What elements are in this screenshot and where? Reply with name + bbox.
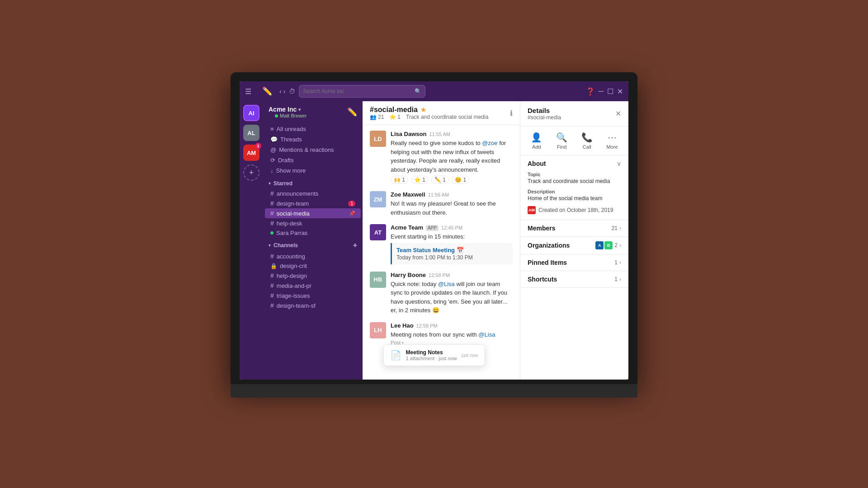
add-channel-button[interactable]: +: [353, 241, 357, 249]
workspace-name[interactable]: Acme Inc ▾: [269, 106, 307, 113]
help-icon[interactable]: ❓: [586, 87, 595, 96]
notification-popup[interactable]: 📄 Meeting Notes 1 attachment · just now …: [383, 344, 485, 366]
reaction-1b[interactable]: ⭐ 1: [411, 176, 429, 184]
reaction-1d[interactable]: 😊 1: [452, 176, 469, 184]
new-message-button[interactable]: ✏️: [347, 107, 357, 117]
details-close-button[interactable]: ✕: [615, 109, 621, 118]
details-channel: #social-media: [528, 114, 561, 121]
find-icon: 🔍: [556, 132, 567, 143]
history-icon[interactable]: ⏱: [289, 88, 295, 95]
workspace-avatar-ai[interactable]: AI: [243, 105, 259, 121]
avatar-lee: LH: [370, 322, 386, 338]
starred-section-header[interactable]: ▾ Starred: [263, 177, 363, 188]
channel-social-media[interactable]: # social-media 📌: [265, 208, 361, 218]
reaction-1c[interactable]: ✏️ 1: [431, 176, 449, 184]
search-icon: 🔍: [415, 88, 421, 94]
add-workspace-button[interactable]: +: [243, 164, 259, 181]
members-section-header[interactable]: Members 21 ›: [520, 220, 628, 236]
action-add[interactable]: 👤 Add: [531, 132, 542, 150]
members-chevron-icon: ›: [619, 225, 621, 231]
sidebar-item-show-more[interactable]: ↓ Show more: [265, 165, 361, 176]
channels-section-header[interactable]: ▾ Channels +: [263, 238, 363, 251]
channel-design-team-sf[interactable]: # design-team-sf: [265, 300, 361, 310]
organizations-section: Organizations A B 2 ›: [520, 237, 628, 254]
hamburger-icon[interactable]: ☰: [245, 87, 251, 96]
channel-name-design-sf: design-team-sf: [277, 302, 316, 309]
sidebar-item-all-unreads[interactable]: ≡ All unreads: [265, 124, 361, 134]
channel-triage-issues[interactable]: # triage-issues: [265, 291, 361, 300]
search-input[interactable]: [303, 88, 412, 94]
channel-help-design[interactable]: # help-design: [265, 271, 361, 281]
app-badge: APP: [426, 225, 439, 231]
channel-accounting[interactable]: # accounting: [265, 251, 361, 261]
details-panel: Details #social-media ✕ 👤 Add 🔍 Find: [520, 101, 628, 380]
msg-header-3: Acme Team APP 12:45 PM: [391, 224, 513, 231]
hash-icon: #: [270, 282, 274, 289]
channel-design-team[interactable]: # design-team 1: [265, 198, 361, 208]
workspace-avatar-am[interactable]: AM 1: [243, 145, 259, 161]
workspace-avatar-al[interactable]: AL: [243, 125, 259, 141]
about-title: About: [528, 160, 546, 167]
channel-title: #social-media ★: [370, 106, 506, 114]
description-label: Description: [528, 189, 621, 194]
call-label: Call: [583, 144, 591, 150]
sender-lee: Lee Hao: [391, 322, 414, 329]
compose-icon[interactable]: ✏️: [262, 86, 272, 96]
search-bar[interactable]: 🔍: [299, 85, 425, 98]
channels-arrow-icon: ▾: [269, 243, 271, 248]
hash-icon: #: [270, 200, 274, 207]
dm-sara-parras[interactable]: Sara Parras: [265, 228, 361, 238]
info-icon[interactable]: ℹ: [510, 109, 513, 117]
channel-help-desk[interactable]: # help-desk: [265, 218, 361, 228]
channel-name-help-desk: help-desk: [277, 220, 302, 227]
action-more[interactable]: ⋯ More: [607, 132, 618, 150]
members-title: Members: [528, 225, 555, 232]
maximize-icon[interactable]: ☐: [607, 87, 613, 96]
avatar-zoe: ZM: [370, 191, 386, 207]
channel-name-accounting: accounting: [277, 253, 305, 260]
title-bar-right: ❓ ─ ☐ ✕: [586, 87, 623, 96]
channel-announcements[interactable]: # announcements: [265, 188, 361, 198]
channel-design-crit[interactable]: 🔒 design-crit: [265, 261, 361, 271]
event-time: Today from 1:00 PM to 1:30 PM: [396, 254, 508, 261]
minimize-icon[interactable]: ─: [599, 87, 604, 95]
topic-value: Track and coordinate social media: [528, 178, 621, 184]
back-arrow-icon[interactable]: ‹: [279, 88, 282, 95]
threads-icon: 💬: [270, 136, 278, 143]
forward-arrow-icon[interactable]: ›: [283, 88, 286, 95]
channel-media-and-pr[interactable]: # media-and-pr: [265, 281, 361, 291]
msg-content-2: Zoe Maxwell 11:56 AM No! It was my pleas…: [391, 191, 513, 217]
members-section: Members 21 ›: [520, 220, 628, 237]
sidebar-item-drafts[interactable]: ⟳ Drafts: [265, 155, 361, 165]
workspace-rail: AI AL AM 1 +: [240, 101, 263, 380]
organizations-section-header[interactable]: Organizations A B 2 ›: [520, 237, 628, 254]
message-4: HB Harry Boone 12:58 PM Quick note: toda…: [370, 272, 513, 315]
about-section-header[interactable]: About ∨: [520, 155, 628, 172]
channel-name-triage: triage-issues: [277, 292, 310, 299]
close-icon[interactable]: ✕: [617, 87, 623, 96]
online-dot-icon: [270, 231, 274, 235]
shortcuts-title: Shortcuts: [528, 276, 557, 283]
created-label: Created on October 18th, 2019: [538, 207, 613, 213]
msg-content-4: Harry Boone 12:58 PM Quick note: today @…: [391, 272, 513, 315]
shortcuts-section-header[interactable]: Shortcuts 1 ›: [520, 271, 628, 287]
org-chevron-icon: ›: [619, 242, 621, 249]
action-call[interactable]: 📞 Call: [581, 132, 593, 150]
star-icon[interactable]: ★: [420, 106, 426, 113]
reaction-1a[interactable]: 🙌 1: [391, 176, 408, 184]
action-find[interactable]: 🔍 Find: [556, 132, 567, 150]
time-5: 12:58 PM: [416, 323, 438, 328]
msg-content-1: Lisa Dawson 11:55 AM Really need to give…: [391, 131, 513, 184]
org-avatars: A B: [595, 241, 613, 249]
pinned-section-header[interactable]: Pinned Items 1 ›: [520, 254, 628, 271]
action-bar: 👤 Add 🔍 Find 📞 Call ⋯: [520, 127, 628, 155]
mention-lisa: @Lisa: [438, 281, 455, 287]
sender-zoe: Zoe Maxwell: [391, 191, 425, 198]
shortcuts-chevron-icon: ›: [619, 276, 621, 282]
workspace-header: Acme Inc ▾ Matt Brewer ✏️: [263, 101, 363, 123]
mentions-label: Mentions & reactions: [279, 146, 334, 153]
pin-icon: 📌: [349, 211, 355, 216]
sidebar-item-threads[interactable]: 💬 Threads: [265, 134, 361, 145]
user-status: Matt Brewer: [269, 113, 307, 118]
sidebar-item-mentions[interactable]: @ Mentions & reactions: [265, 145, 361, 155]
